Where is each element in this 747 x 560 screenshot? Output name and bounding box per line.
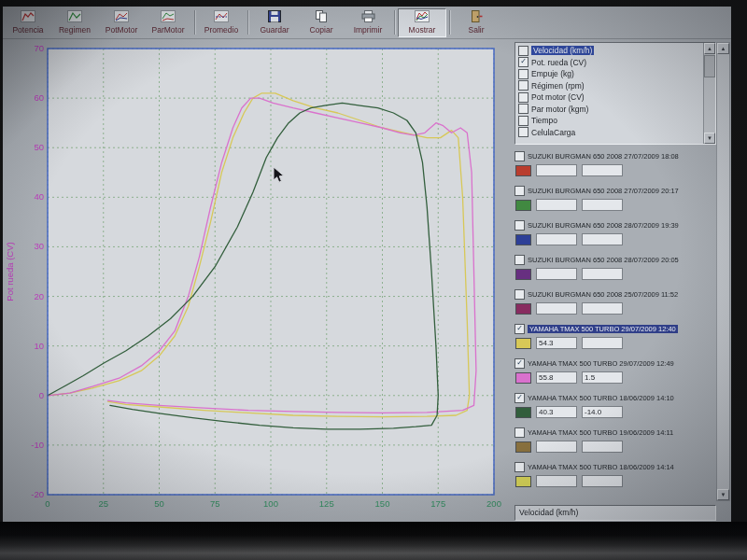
run-color-swatch xyxy=(515,476,531,487)
toolbar-button-label: ParMotor xyxy=(152,25,185,35)
run-value-field[interactable] xyxy=(582,302,623,315)
checkbox-icon[interactable] xyxy=(518,46,529,56)
toolbar-separator xyxy=(247,10,248,35)
scroll-up-icon[interactable]: ▲ xyxy=(704,43,715,54)
checkbox-checked-icon[interactable]: ✓ xyxy=(514,324,525,334)
run-label[interactable]: SUZUKI BURGMAN 650 2008 25/07/2009 11:52 xyxy=(528,290,678,299)
checkbox-icon[interactable] xyxy=(514,151,525,161)
checkbox-icon[interactable] xyxy=(518,92,529,103)
checkbox-icon[interactable] xyxy=(514,220,525,231)
run-value-field[interactable]: 54.3 xyxy=(536,337,577,349)
y-tick-label: -20 xyxy=(31,489,44,499)
checkbox-checked-icon[interactable]: ✓ xyxy=(518,57,529,67)
run-header: SUZUKI BURGMAN 650 2008 28/07/2009 19:39 xyxy=(514,220,716,231)
run-value-field[interactable] xyxy=(536,475,577,487)
run-value-field[interactable] xyxy=(582,337,623,349)
toolbar-button-regimen[interactable]: Regimen xyxy=(51,9,98,36)
checkbox-icon[interactable] xyxy=(514,462,525,472)
toolbar-button-potmotor[interactable]: PotMotor xyxy=(98,9,145,36)
y-tick-label: 20 xyxy=(34,291,44,301)
run-item: SUZUKI BURGMAN 650 2008 28/07/2009 19:39 xyxy=(514,220,716,245)
monitor-chin xyxy=(0,522,747,560)
run-label[interactable]: SUZUKI BURGMAN 650 2008 28/07/2009 20:05 xyxy=(528,256,679,264)
run-value-field[interactable] xyxy=(582,164,623,176)
run-value-field[interactable] xyxy=(536,233,577,245)
toolbar-button-mostrar[interactable]: Mostrar xyxy=(398,8,446,37)
checkbox-icon[interactable] xyxy=(514,289,525,300)
run-color-swatch xyxy=(515,234,531,245)
checkbox-icon[interactable] xyxy=(518,80,529,91)
run-values-row xyxy=(515,233,716,245)
run-value-field[interactable]: 1.5 xyxy=(582,371,623,384)
channel-label: Par motor (kgm) xyxy=(531,105,588,114)
toolbar-separator xyxy=(449,10,450,35)
toolbar-button-label: PotMotor xyxy=(106,25,138,35)
channel-item-empuje-kg[interactable]: Empuje (kg) xyxy=(518,68,702,80)
y-tick-label: 10 xyxy=(34,341,44,351)
checkbox-icon[interactable] xyxy=(514,427,525,438)
run-value-field[interactable] xyxy=(582,475,623,487)
channel-item-pot-rueda-cv[interactable]: ✓Pot. rueda (CV) xyxy=(518,57,702,69)
run-label[interactable]: YAMAHA TMAX 500 TURBO 18/06/2009 14:10 xyxy=(528,394,674,402)
checkbox-icon[interactable] xyxy=(518,69,529,79)
run-label[interactable]: YAMAHA TMAX 500 TURBO 18/06/2009 14:14 xyxy=(528,463,674,471)
run-value-field[interactable] xyxy=(536,441,577,453)
channel-item-celulacarga[interactable]: CelulaCarga xyxy=(518,127,702,139)
run-item: ✓YAMAHA TMAX 500 TURBO 29/07/2009 12:495… xyxy=(514,358,716,384)
scrollbar-thumb[interactable] xyxy=(704,55,715,77)
run-values-row xyxy=(515,199,716,211)
checkbox-checked-icon[interactable]: ✓ xyxy=(514,358,525,369)
run-value-field[interactable]: 55.8 xyxy=(536,371,577,384)
x-tick-label: 200 xyxy=(486,498,501,509)
run-value-field[interactable] xyxy=(536,164,577,176)
checkbox-icon[interactable] xyxy=(514,255,525,265)
channel-item-pot-motor-cv[interactable]: Pot motor (CV) xyxy=(518,91,702,104)
toolbar-button-label: Potencia xyxy=(12,25,43,35)
checkbox-icon[interactable] xyxy=(514,186,525,196)
run-value-field[interactable] xyxy=(582,233,623,245)
toolbar-button-parmotor[interactable]: ParMotor xyxy=(145,9,191,36)
run-value-field[interactable] xyxy=(582,441,623,453)
run-label[interactable]: SUZUKI BURGMAN 650 2008 28/07/2009 19:39 xyxy=(528,221,679,230)
y-tick-label: 60 xyxy=(34,92,44,103)
run-value-field[interactable]: -14.0 xyxy=(582,406,623,418)
run-value-field[interactable] xyxy=(536,268,577,280)
toolbar-button-copiar[interactable]: Copiar xyxy=(298,9,345,36)
channel-list-scrollbar[interactable]: ▲ ▼ xyxy=(703,43,715,144)
run-value-field[interactable] xyxy=(536,302,577,315)
run-value-field[interactable] xyxy=(536,199,577,211)
run-header: SUZUKI BURGMAN 650 2008 27/07/2009 20:17 xyxy=(514,186,716,196)
run-label[interactable]: YAMAHA TMAX 500 TURBO 29/07/2009 12:49 xyxy=(528,359,674,368)
run-values-row xyxy=(515,475,716,487)
y-tick-label: -10 xyxy=(31,440,44,450)
channel-item-velocidad-km-h[interactable]: Velocidad (km/h) xyxy=(518,45,702,57)
toolbar-button-imprimir[interactable]: Imprimir xyxy=(345,9,391,36)
run-label[interactable]: YAMAHA TMAX 500 TURBO 19/06/2009 14:11 xyxy=(528,428,673,437)
checkbox-icon[interactable] xyxy=(518,116,529,126)
chart-power-icon xyxy=(21,10,35,24)
toolbar-button-potencia[interactable]: Potencia xyxy=(5,9,51,36)
channel-item-r-gimen-rpm[interactable]: Régimen (rpm) xyxy=(518,80,702,92)
panel-scrollbar[interactable]: ▲ ▼ xyxy=(716,42,730,501)
toolbar-button-promedio[interactable]: Promedio xyxy=(198,9,245,36)
toolbar-button-salir[interactable]: Salir xyxy=(453,9,500,36)
run-label[interactable]: SUZUKI BURGMAN 650 2008 27/07/2009 18:08 xyxy=(528,152,679,161)
run-value-field[interactable]: 40.3 xyxy=(536,406,577,418)
run-value-field[interactable] xyxy=(582,199,623,211)
checkbox-checked-icon[interactable]: ✓ xyxy=(514,393,525,403)
run-label[interactable]: YAMAHA TMAX 500 TURBO 29/07/2009 12:40 xyxy=(528,325,678,333)
channel-item-tiempo[interactable]: Tiempo xyxy=(518,115,702,127)
channel-item-par-motor-kgm[interactable]: Par motor (kgm) xyxy=(518,104,702,116)
power-chart: -20-100102030405060700255075100125150175… xyxy=(3,39,509,523)
toolbar-button-label: Copiar xyxy=(309,25,332,35)
checkbox-icon[interactable] xyxy=(518,104,529,114)
run-value-field[interactable] xyxy=(582,268,623,280)
scroll-down-icon[interactable]: ▼ xyxy=(704,133,715,144)
right-panel: Velocidad (km/h)✓Pot. rueda (CV)Empuje (… xyxy=(509,39,731,524)
checkbox-icon[interactable] xyxy=(518,127,529,137)
run-label[interactable]: SUZUKI BURGMAN 650 2008 27/07/2009 20:17 xyxy=(528,187,679,195)
toolbar-button-guardar[interactable]: Guardar xyxy=(251,9,298,36)
scroll-down-icon[interactable]: ▼ xyxy=(717,489,729,500)
scroll-up-icon[interactable]: ▲ xyxy=(717,43,729,54)
y-tick-label: 70 xyxy=(34,43,44,53)
